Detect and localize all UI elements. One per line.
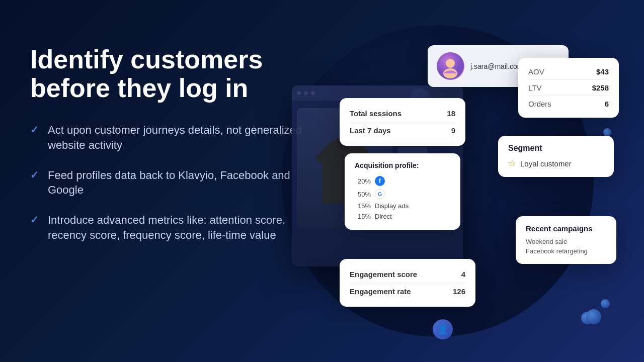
acq-facebook-percent: 20% — [355, 177, 371, 185]
engagement-score-value: 4 — [461, 270, 465, 279]
divider-1 — [528, 79, 609, 80]
ltv-value: $258 — [592, 83, 609, 92]
aov-row: AOV $43 — [528, 65, 609, 78]
bullet-item-3: ✓ Introduce advanced metrics like: atten… — [30, 213, 312, 242]
engagement-card: Engagement score 4 Engagement rate 126 — [340, 259, 475, 307]
segment-card: Segment ☆ Loyal customer — [498, 136, 614, 177]
bullet-text-3: Introduce advanced metrics like: attenti… — [48, 213, 312, 242]
acquisition-title: Acquisition profile: — [355, 161, 450, 169]
bullet-item-2: ✓ Feed profiles data back to Klavyio, Fa… — [30, 168, 312, 198]
aov-label: AOV — [528, 67, 544, 76]
check-icon-2: ✓ — [30, 169, 39, 181]
browser-dot-1 — [297, 91, 301, 95]
last7-value: 9 — [451, 126, 455, 135]
bullet-text-1: Act upon customer journeys details, not … — [48, 123, 312, 152]
engagement-rate-row: Engagement rate 126 — [350, 284, 465, 299]
engagement-score-row: Engagement score 4 — [350, 267, 465, 282]
orders-label: Orders — [528, 100, 551, 108]
divider-2 — [528, 96, 609, 96]
campaign-item-1: Weekend sale — [526, 237, 606, 246]
main-title: Identify customers before they log in — [30, 45, 312, 103]
campaign-item-2: Facebook retargeting — [526, 246, 606, 256]
acq-display-label: Display ads — [375, 202, 409, 210]
acq-row-display: 15% Display ads — [355, 201, 450, 211]
orders-row: Orders 6 — [528, 97, 609, 111]
check-icon-1: ✓ — [30, 124, 39, 136]
left-section: Identify customers before they log in ✓ … — [30, 45, 312, 243]
browser-dot-3 — [311, 91, 315, 95]
aov-value: $43 — [596, 67, 609, 76]
facebook-icon: f — [375, 176, 385, 186]
acq-direct-percent: 15% — [355, 213, 371, 220]
acq-google-percent: 50% — [355, 191, 371, 198]
ltv-label: LTV — [528, 83, 541, 92]
browser-dot-2 — [304, 91, 308, 95]
campaigns-card: Recent campaigns Weekend sale Facebook r… — [516, 216, 616, 264]
bullet-list: ✓ Act upon customer journeys details, no… — [30, 123, 312, 242]
avatar — [437, 52, 464, 80]
campaigns-title: Recent campaigns — [526, 224, 606, 233]
metrics-card: AOV $43 LTV $258 Orders 6 — [518, 58, 619, 118]
check-icon-3: ✓ — [30, 214, 39, 226]
acq-row-facebook: 20% f — [355, 174, 450, 188]
segment-value-row: ☆ Loyal customer — [508, 158, 604, 169]
acq-display-percent: 15% — [355, 202, 371, 210]
right-section: j.sara@mail.com AOV $43 LTV $258 Orders … — [282, 0, 644, 362]
last7-label: Last 7 days — [350, 126, 391, 135]
engagement-rate-label: Engagement rate — [350, 287, 411, 296]
bullet-text-2: Feed profiles data back to Klavyio, Face… — [48, 168, 312, 198]
engagement-rate-value: 126 — [453, 287, 465, 296]
segment-value-text: Loyal customer — [520, 159, 572, 168]
google-icon: G — [375, 189, 385, 199]
last7-row: Last 7 days 9 — [350, 123, 455, 138]
profile-email: j.sara@mail.com — [470, 62, 523, 70]
total-sessions-label: Total sessions — [350, 109, 401, 118]
divider-3 — [350, 122, 455, 122]
acq-row-google: 50% G — [355, 188, 450, 201]
divider-4 — [350, 283, 465, 283]
orders-value: 6 — [605, 100, 609, 108]
acq-row-direct: 15% Direct — [355, 211, 450, 222]
acq-direct-label: Direct — [375, 213, 392, 220]
svg-point-2 — [446, 59, 455, 68]
ltv-row: LTV $258 — [528, 81, 609, 95]
total-sessions-value: 18 — [447, 109, 455, 118]
avatar-svg — [437, 52, 464, 80]
total-sessions-row: Total sessions 18 — [350, 106, 455, 121]
acquisition-card: Acquisition profile: 20% f 50% G 15% Dis… — [345, 153, 460, 230]
star-icon: ☆ — [508, 158, 516, 169]
sessions-card: Total sessions 18 Last 7 days 9 — [340, 98, 465, 146]
bullet-item-1: ✓ Act upon customer journeys details, no… — [30, 123, 312, 152]
engagement-score-label: Engagement score — [350, 270, 417, 279]
segment-title: Segment — [508, 144, 604, 153]
